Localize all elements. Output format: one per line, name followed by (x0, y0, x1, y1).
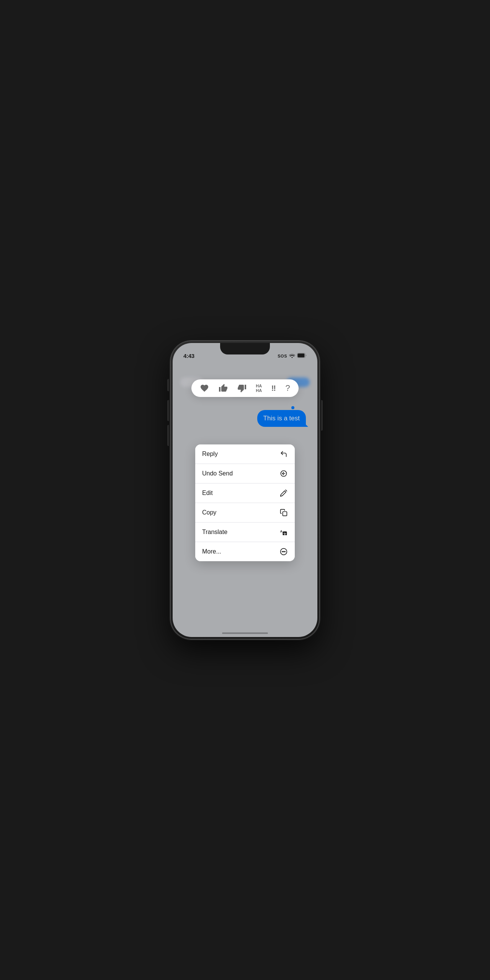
edit-icon (279, 489, 288, 497)
wifi-icon (289, 353, 295, 359)
svg-point-13 (285, 551, 286, 552)
reply-label: Reply (202, 451, 218, 457)
notch (220, 343, 270, 354)
mute-button (167, 379, 169, 391)
copy-label: Copy (202, 509, 216, 516)
reaction-thumbsdown[interactable] (237, 384, 247, 393)
menu-item-reply[interactable]: Reply (195, 444, 295, 464)
copy-icon (279, 508, 288, 517)
reaction-haha[interactable]: HAHA (256, 384, 262, 393)
undo-send-label: Undo Send (202, 470, 233, 477)
volume-up-button (167, 400, 169, 421)
svg-text:A: A (280, 529, 283, 533)
svg-text:文: 文 (283, 532, 286, 536)
reaction-exclamation[interactable]: ‼ (271, 384, 276, 393)
undo-send-icon (279, 469, 288, 478)
power-button (321, 400, 323, 431)
svg-rect-5 (283, 512, 287, 516)
menu-item-more[interactable]: More... (195, 542, 295, 561)
translate-icon: A 文 文 (279, 528, 288, 536)
sos-indicator: SOS (278, 354, 287, 358)
status-icons: SOS (278, 353, 307, 359)
menu-item-translate[interactable]: Translate A 文 文 (195, 523, 295, 542)
more-label: More... (202, 548, 221, 555)
more-icon (279, 547, 288, 556)
reaction-thumbsup[interactable] (219, 384, 228, 393)
translate-label: Translate (202, 529, 227, 536)
svg-line-4 (286, 490, 287, 491)
menu-item-undo-send[interactable]: Undo Send (195, 464, 295, 483)
menu-item-copy[interactable]: Copy (195, 503, 295, 523)
status-time: 4:43 (183, 353, 194, 359)
svg-rect-1 (298, 354, 305, 358)
context-menu: Reply Undo Send (195, 444, 295, 561)
phone-frame: 4:43 SOS (170, 341, 320, 639)
volume-down-button (167, 425, 169, 446)
reaction-question[interactable]: ? (285, 383, 290, 393)
menu-item-edit[interactable]: Edit (195, 483, 295, 503)
reply-icon (279, 450, 288, 458)
svg-point-12 (283, 551, 284, 552)
battery-icon (297, 353, 307, 359)
svg-point-11 (282, 551, 283, 552)
phone-screen: 4:43 SOS (173, 343, 317, 637)
reaction-heart[interactable] (200, 384, 209, 393)
edit-label: Edit (202, 490, 213, 497)
reaction-bar: HAHA ‼ ? (191, 379, 299, 397)
